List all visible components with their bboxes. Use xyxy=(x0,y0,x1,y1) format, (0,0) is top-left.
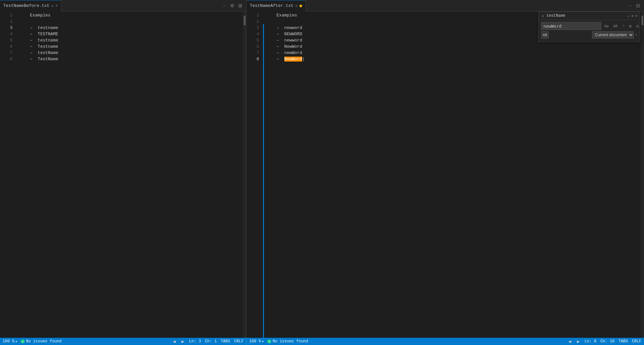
left-zoom-value: 100 % xyxy=(3,339,14,344)
left-code-line-7: – testName xyxy=(20,50,243,56)
right-crlf-label: CRLF xyxy=(632,339,641,344)
right-scrollbar-thumb[interactable] xyxy=(641,15,643,25)
rln-2: 2 xyxy=(247,18,259,25)
ln-3: 3 xyxy=(0,25,12,31)
left-tab-bar-actions: ··· ⚙ ⊞ xyxy=(221,2,246,9)
right-line-3-content: – newword xyxy=(266,25,302,31)
right-tab[interactable]: TestNameAfter.txt ⊘ xyxy=(247,0,306,12)
find-replace-header: ∧ testName → ≡ × xyxy=(538,12,640,20)
left-line-3-content: – testname xyxy=(20,25,58,31)
status-bar: 100 % ▾ ✓ No issues found ◀ ▶ Ln: 3 Ch: … xyxy=(0,338,644,345)
left-code-line-4: – TESTNAME xyxy=(20,31,243,37)
right-line-1-content: Examples xyxy=(266,12,297,18)
right-status-zoom[interactable]: 100 % ▾ xyxy=(249,339,264,344)
left-scrollbar[interactable] xyxy=(243,12,246,338)
right-tab-pin-icon[interactable]: ⊘ xyxy=(296,4,298,8)
left-crlf-label: CRLF xyxy=(234,339,244,344)
left-line-4-content: – TESTNAME xyxy=(20,31,58,37)
left-status-ok-icon: ✓ xyxy=(21,339,25,343)
right-line-8-match: NewWord xyxy=(284,57,302,62)
right-nav-right-btn[interactable]: ▶ xyxy=(576,339,581,344)
left-tab-filename: TestNameBefore.txt xyxy=(3,3,49,8)
right-line-6-content: – NewWord xyxy=(266,43,302,50)
ln-7: 7 xyxy=(0,50,12,56)
right-ln-label: Ln: 8 xyxy=(584,339,596,344)
right-editor-pane: TestNameAfter.txt ⊘ ··· ⊟ 1 2 3 4 5 6 7 … xyxy=(247,0,644,338)
ln-8: 8 xyxy=(0,56,12,62)
find-icon2-btn[interactable]: ⊟ xyxy=(634,22,640,30)
ln-2: 2 xyxy=(0,18,12,25)
left-line-8-content: – TestName xyxy=(20,56,58,62)
left-settings-btn[interactable]: ⚙ xyxy=(229,2,236,9)
rln-7: 7 xyxy=(247,50,259,56)
right-line-8-content: – NewWord| xyxy=(266,56,305,62)
left-scrollbar-thumb[interactable] xyxy=(244,15,246,25)
find-replace-close-btn[interactable]: × xyxy=(635,13,638,18)
left-code-line-3: – testname xyxy=(20,25,243,31)
left-tab[interactable]: TestNameBefore.txt ⊘ × xyxy=(0,0,61,12)
find-scope-row: AB Current document ▾ xyxy=(541,31,637,39)
rln-6: 6 xyxy=(247,43,259,50)
right-zoom-arrow-icon: ▾ xyxy=(262,339,264,344)
find-match-case-btn[interactable]: Aa xyxy=(603,22,610,30)
right-status-issues[interactable]: ✓ No issues found xyxy=(267,339,308,344)
ln-5: 5 xyxy=(0,37,12,43)
left-code-line-2 xyxy=(20,18,243,25)
find-scope-select[interactable]: Current document xyxy=(592,31,634,39)
right-code-area[interactable]: Examples – newword – NEWWORD – newword –… xyxy=(263,12,641,338)
find-replace-forward-btn[interactable]: → xyxy=(626,13,630,18)
left-status-issues[interactable]: ✓ No issues found xyxy=(21,339,61,344)
right-more-actions-btn[interactable]: ··· xyxy=(627,2,633,9)
left-editor-content[interactable]: 1 2 3 4 5 6 7 8 Examples – testname xyxy=(0,12,246,338)
right-scrollbar[interactable] xyxy=(641,12,644,338)
right-tab-modified-dot xyxy=(299,5,302,7)
right-split-editor-btn[interactable]: ⊟ xyxy=(635,2,641,9)
right-code-line-7: – newWord xyxy=(266,50,641,56)
find-replace-title: testName xyxy=(546,13,624,18)
right-code-line-8: – NewWord| xyxy=(266,56,641,62)
left-line-6-content: – Testname xyxy=(20,43,58,50)
find-scope-preserve-btn[interactable]: AB xyxy=(541,31,549,39)
left-line-numbers: 1 2 3 4 5 6 7 8 xyxy=(0,12,16,338)
right-line-7-content: – newWord xyxy=(266,50,302,56)
right-status-right: ◀ ▶ Ln: 8 Ch: 10 TABS CRLF xyxy=(567,339,641,344)
right-line-8-cursor: | xyxy=(302,57,305,62)
left-tab-bar: TestNameBefore.txt ⊘ × ··· ⚙ ⊞ xyxy=(0,0,246,12)
left-ch-label: Ch: 1 xyxy=(205,339,217,344)
left-editor-pane: TestNameBefore.txt ⊘ × ··· ⚙ ⊞ 1 2 3 4 5… xyxy=(0,0,247,338)
right-tab-bar-actions: ··· ⊟ xyxy=(627,2,644,9)
right-line-4-content: – NEWWORD xyxy=(266,31,302,37)
right-ch-label: Ch: 10 xyxy=(600,339,614,344)
find-scope-arrow-icon: ▾ xyxy=(635,33,637,37)
right-no-issues-label: No issues found xyxy=(273,339,308,344)
find-replace-widget: ∧ testName → ≡ × Aa AB .* ⊞ ⊟ xyxy=(538,12,640,42)
left-nav-left-btn[interactable]: ◀ xyxy=(172,339,177,344)
left-tab-pin-icon[interactable]: ⊘ xyxy=(51,4,53,8)
left-line-5-content: – testname xyxy=(20,37,58,43)
rln-8: 8 xyxy=(247,56,259,62)
left-nav-right-btn[interactable]: ▶ xyxy=(180,339,185,344)
left-line-1-content: Examples xyxy=(20,12,51,18)
left-code-line-1: Examples xyxy=(20,12,243,18)
left-code-line-5: – testname xyxy=(20,37,243,43)
right-line-numbers: 1 2 3 4 5 6 7 8 xyxy=(247,12,263,338)
right-nav-left-btn[interactable]: ◀ xyxy=(567,339,572,344)
left-code-area[interactable]: Examples – testname – TESTNAME – testnam… xyxy=(16,12,243,338)
ln-4: 4 xyxy=(0,31,12,37)
find-icon1-btn[interactable]: ⊞ xyxy=(627,22,633,30)
rln-1: 1 xyxy=(247,12,259,18)
find-input[interactable] xyxy=(541,22,601,30)
left-status-right: ◀ ▶ Ln: 3 Ch: 1 TABS CRLF xyxy=(172,339,244,344)
find-replace-more-btn[interactable]: ≡ xyxy=(631,13,634,18)
find-whole-word-btn[interactable]: AB xyxy=(611,22,619,30)
right-tabs-label: TABS xyxy=(618,339,628,344)
rln-4: 4 xyxy=(247,31,259,37)
find-replace-body: Aa AB .* ⊞ ⊟ AB Current document ▾ xyxy=(538,20,640,42)
right-editor-content[interactable]: 1 2 3 4 5 6 7 8 Examples – newword xyxy=(247,12,644,338)
find-replace-collapse-btn[interactable]: ∧ xyxy=(540,13,545,18)
left-tab-close-icon[interactable]: × xyxy=(55,4,58,8)
find-regex-btn[interactable]: .* xyxy=(621,22,626,30)
left-more-actions-btn[interactable]: ··· xyxy=(221,2,227,9)
left-split-editor-btn[interactable]: ⊞ xyxy=(237,2,244,9)
left-status-zoom[interactable]: 100 % ▾ xyxy=(3,339,17,344)
